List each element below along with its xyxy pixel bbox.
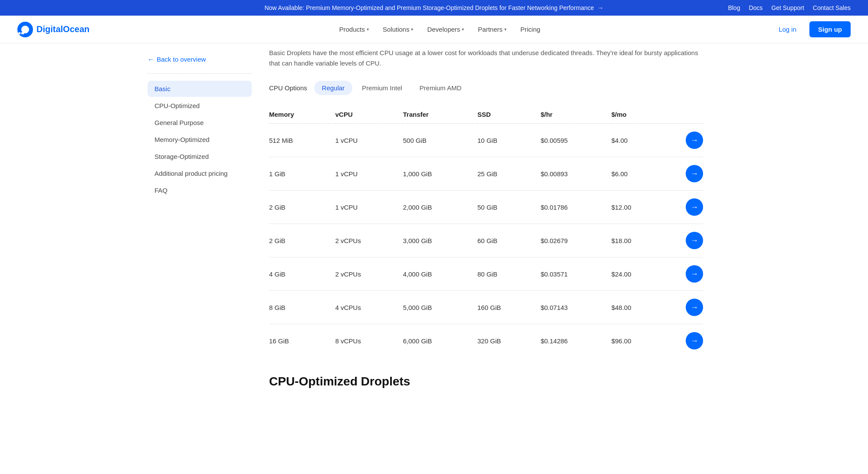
col-monthly: $/mo — [612, 105, 667, 124]
cell-hourly: $0.07143 — [541, 291, 612, 324]
chevron-down-icon: ▾ — [367, 27, 369, 32]
select-plan-button[interactable]: → — [686, 332, 703, 349]
select-plan-button[interactable]: → — [686, 165, 703, 182]
banner-support-link[interactable]: Get Support — [771, 4, 804, 11]
banner-blog-link[interactable]: Blog — [728, 4, 740, 11]
cpu-tab-premium-intel[interactable]: Premium Intel — [354, 81, 410, 95]
select-plan-button[interactable]: → — [686, 132, 703, 149]
sidebar-item-additional-pricing[interactable]: Additional product pricing — [148, 165, 252, 181]
cell-ssd: 60 GiB — [477, 224, 541, 257]
cell-ssd: 320 GiB — [477, 324, 541, 358]
signup-button[interactable]: Sign up — [809, 21, 851, 37]
table-row: 8 GiB 4 vCPUs 5,000 GiB 160 GiB $0.07143… — [269, 291, 703, 324]
cpu-options-row: CPU Options Regular Premium Intel Premiu… — [269, 81, 703, 95]
table-row: 2 GiB 2 vCPUs 3,000 GiB 60 GiB $0.02679 … — [269, 224, 703, 257]
cell-action: → — [667, 191, 703, 224]
table-header-row: Memory vCPU Transfer SSD $/hr $/mo — [269, 105, 703, 124]
cell-action: → — [667, 124, 703, 157]
select-plan-button[interactable]: → — [686, 232, 703, 249]
cell-hourly: $0.14286 — [541, 324, 612, 358]
cell-action: → — [667, 324, 703, 358]
main-content: Basic Droplets have the most efficient C… — [252, 43, 720, 406]
cell-hourly: $0.02679 — [541, 224, 612, 257]
col-action — [667, 105, 703, 124]
sidebar-item-faq[interactable]: FAQ — [148, 182, 252, 198]
svg-rect-2 — [21, 32, 24, 34]
cell-memory: 512 MiB — [269, 124, 335, 157]
cell-vcpu: 2 vCPUs — [335, 257, 403, 291]
banner-links: Blog Docs Get Support Contact Sales — [728, 4, 851, 11]
nav-pricing[interactable]: Pricing — [514, 22, 546, 36]
cell-hourly: $0.00893 — [541, 157, 612, 191]
sidebar-item-general-purpose[interactable]: General Purpose — [148, 115, 252, 131]
cell-action: → — [667, 157, 703, 191]
cpu-tab-premium-amd[interactable]: Premium AMD — [412, 81, 470, 95]
cell-monthly: $48.00 — [612, 291, 667, 324]
table-row: 1 GiB 1 vCPU 1,000 GiB 25 GiB $0.00893 $… — [269, 157, 703, 191]
col-transfer: Transfer — [403, 105, 477, 124]
banner-sales-link[interactable]: Contact Sales — [813, 4, 851, 11]
nav-solutions[interactable]: Solutions ▾ — [377, 22, 420, 36]
cell-transfer: 3,000 GiB — [403, 224, 477, 257]
cell-memory: 16 GiB — [269, 324, 335, 358]
logo-text: DigitalOcean — [36, 24, 89, 34]
sidebar-item-memory-optimized[interactable]: Memory-Optimized — [148, 132, 252, 148]
cell-transfer: 1,000 GiB — [403, 157, 477, 191]
logo[interactable]: DigitalOcean — [17, 22, 89, 37]
nav-developers[interactable]: Developers ▾ — [421, 22, 470, 36]
page-container: ← Back to overview Basic CPU-Optimized G… — [130, 43, 738, 406]
cell-action: → — [667, 291, 703, 324]
table-row: 4 GiB 2 vCPUs 4,000 GiB 80 GiB $0.03571 … — [269, 257, 703, 291]
nav-links: Products ▾ Solutions ▾ Developers ▾ Part… — [107, 22, 773, 36]
cell-ssd: 25 GiB — [477, 157, 541, 191]
cell-ssd: 10 GiB — [477, 124, 541, 157]
cell-transfer: 2,000 GiB — [403, 191, 477, 224]
col-ssd: SSD — [477, 105, 541, 124]
cell-action: → — [667, 257, 703, 291]
cpu-tab-regular[interactable]: Regular — [314, 81, 353, 95]
cell-memory: 1 GiB — [269, 157, 335, 191]
logo-icon — [17, 22, 33, 37]
sidebar-item-cpu-optimized[interactable]: CPU-Optimized — [148, 98, 252, 114]
sidebar-divider — [148, 73, 252, 74]
sidebar-item-storage-optimized[interactable]: Storage-Optimized — [148, 148, 252, 165]
table-row: 16 GiB 8 vCPUs 6,000 GiB 320 GiB $0.1428… — [269, 324, 703, 358]
arrow-left-icon: ← — [148, 56, 154, 63]
cell-memory: 8 GiB — [269, 291, 335, 324]
cell-vcpu: 4 vCPUs — [335, 291, 403, 324]
cell-monthly: $12.00 — [612, 191, 667, 224]
select-plan-button[interactable]: → — [686, 265, 703, 283]
select-plan-button[interactable]: → — [686, 299, 703, 316]
svg-rect-3 — [19, 32, 21, 34]
cell-vcpu: 2 vCPUs — [335, 224, 403, 257]
banner-docs-link[interactable]: Docs — [749, 4, 763, 11]
cell-ssd: 80 GiB — [477, 257, 541, 291]
banner-arrow: → — [598, 4, 604, 11]
cell-hourly: $0.00595 — [541, 124, 612, 157]
sidebar: ← Back to overview Basic CPU-Optimized G… — [148, 43, 252, 406]
select-plan-button[interactable]: → — [686, 198, 703, 216]
cpu-options-label: CPU Options — [269, 84, 307, 92]
chevron-down-icon: ▾ — [462, 27, 464, 32]
nav-products[interactable]: Products ▾ — [333, 22, 375, 36]
cell-monthly: $4.00 — [612, 124, 667, 157]
cell-ssd: 160 GiB — [477, 291, 541, 324]
cell-transfer: 5,000 GiB — [403, 291, 477, 324]
intro-text: Basic Droplets have the most efficient C… — [269, 43, 703, 69]
login-button[interactable]: Log in — [773, 22, 802, 36]
cell-action: → — [667, 224, 703, 257]
nav-partners[interactable]: Partners ▾ — [472, 22, 513, 36]
navbar: DigitalOcean Products ▾ Solutions ▾ Deve… — [0, 16, 868, 43]
sidebar-nav: Basic CPU-Optimized General Purpose Memo… — [148, 81, 252, 198]
col-vcpu: vCPU — [335, 105, 403, 124]
cell-memory: 2 GiB — [269, 224, 335, 257]
cell-vcpu: 1 vCPU — [335, 191, 403, 224]
back-to-overview-link[interactable]: ← Back to overview — [148, 52, 252, 66]
cell-memory: 2 GiB — [269, 191, 335, 224]
cell-memory: 4 GiB — [269, 257, 335, 291]
cell-monthly: $6.00 — [612, 157, 667, 191]
sidebar-item-basic[interactable]: Basic — [148, 81, 252, 97]
cell-monthly: $96.00 — [612, 324, 667, 358]
nav-actions: Log in Sign up — [773, 21, 851, 37]
chevron-down-icon: ▾ — [411, 27, 413, 32]
